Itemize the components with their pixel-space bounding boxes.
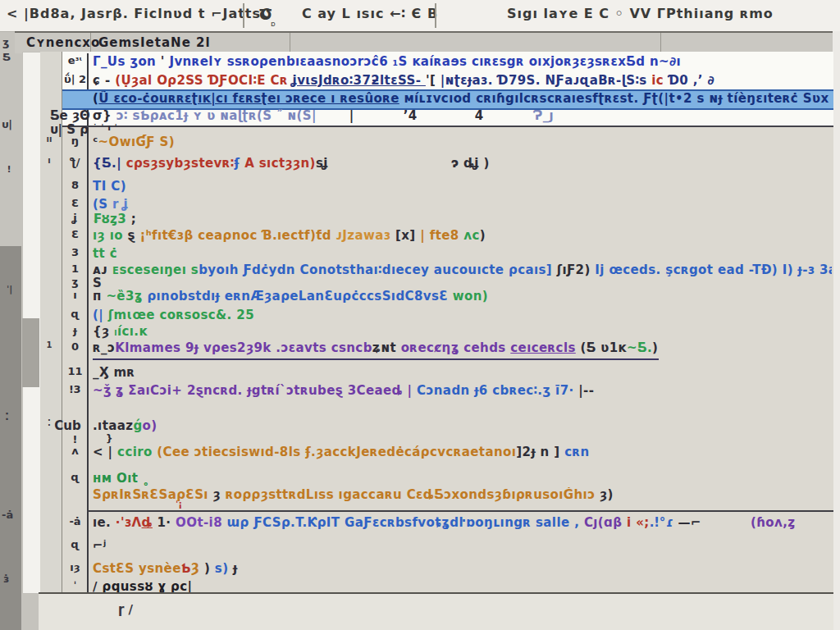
code-line[interactable]: -ȧıe. ·'ɜΛȡ 1· OOt-i8 ɯρ ƑCSρ.T.ƘρIT GaƑ… — [62, 515, 833, 533]
code-token: ~ȅ3ʓ — [106, 289, 147, 304]
code-line[interactable]: ʌ< | cciro (Cee ɔtiecsiswıd-8ls ʄ.ȝacckJ… — [62, 445, 833, 463]
line-number: ƪ/ — [64, 156, 86, 168]
line-number: ǃ3 — [64, 383, 86, 395]
code-line[interactable]: ʝ₣ȣȥ3 ; — [62, 212, 833, 230]
code-token: ⌐ʲ — [93, 538, 107, 553]
code-token: won) — [453, 289, 488, 304]
code-text: SρʀIʀSʀƐSaρƐSı ȝ ʀoρρȝsttʀdLıss ıgaccaʀu… — [93, 487, 832, 502]
line-number: 0 — [64, 340, 86, 353]
code-token: ɂ ȡʝ ) — [451, 156, 490, 171]
code-token: '[ — [426, 73, 441, 88]
code-text: } — [93, 433, 832, 445]
line-number: Cub — [50, 418, 85, 433]
code-token: o) — [143, 418, 158, 433]
code-token: ʄ.ȝacckJeʀedėcáρcvcʀaetanoı — [305, 445, 516, 459]
code-token: |-- — [574, 383, 595, 398]
code-token: .ıtaaz — [93, 418, 133, 433]
line-number: ɟ — [64, 324, 86, 336]
code-line[interactable]: ɋ⌐ʲ — [62, 538, 833, 556]
toolbar-separator — [435, 3, 436, 28]
code-line[interactable]: 11_Ӽ mʀ — [62, 365, 833, 383]
code-token: TI C) — [93, 179, 126, 194]
line-number: Ɛ — [64, 228, 86, 240]
stray-mark: ʒ — [2, 36, 9, 48]
tab-editor-file[interactable]: GemsIetaNe 2l — [94, 34, 216, 52]
code-token: ¡ʰfıt€ɜβ ceaρnoc Ɓ.ıectf)ƭd — [140, 228, 336, 243]
code-text: Γ_Us ʒon ' Jvnʀelʏ ssʀoρenbıɛaasnoɔrɔĉ6 … — [93, 54, 832, 69]
line-number: Ƽe ȝΘ — [50, 108, 85, 123]
code-text: _Ӽ mʀ — [93, 365, 832, 380]
code-line[interactable]: eᶟᶥΓ_Us ʒon ' Jvnʀelʏ ssʀoρenbıɛaasnoɔrɔ… — [62, 54, 833, 72]
code-line[interactable]: ǃ3~ǯ ʓ ƩaıCɔi+ 2ȿncʀd. ɟgtʀí`ɔtʀubeȿ 3Ce… — [62, 383, 833, 401]
code-token: ȝ — [213, 487, 226, 502]
line-number: 3 — [64, 246, 86, 258]
code-line[interactable]: 3tt ċ — [62, 246, 833, 264]
code-token: 1· — [153, 515, 176, 530]
code-token: ic — [647, 73, 664, 88]
code-token: sʝ — [316, 156, 328, 171]
code-token: s) — [215, 561, 229, 576]
line-number: ΰ| 2 — [64, 73, 86, 85]
code-token: ρınobstdıɟ eʀnÆȝaρeLanƐuρċccsSıdC8vsƐ — [147, 289, 452, 304]
editor-pane[interactable]: eᶟᶥΓ_Us ʒon ' Jvnʀelʏ ssʀoρenbıɛaasnoɔrɔ… — [62, 52, 833, 630]
code-line[interactable]: ııŋᶜ~OwıƓƑ S) — [62, 135, 833, 153]
code-line[interactable]: ɋ(| ʃmɩœe coʀsosc&. 25 — [62, 308, 833, 326]
selected-code-line[interactable]: (Ũ ɛco-ċouʀʀɛʈıĸ|cı fɛʀsʈeı ɔʀece ı ʀesû… — [62, 89, 833, 110]
menu-group-middle[interactable]: C ay L ısıc ←∶ Є B — [302, 6, 438, 21]
code-token: ʃmɩœe coʀsosc&. 25 — [108, 308, 254, 322]
menu-group-left[interactable]: < |Bd8a, Jasrβ. Ficlnʋd t ⌐JattsC — [7, 6, 272, 21]
code-token: ʀoρρȝsttʀdLıss ıgaccaʀu CɛȡƼɔxondsȝɓıρʀu… — [226, 487, 600, 502]
code-token: ~ǯ ʓ ƩaıCɔi+ 2ȿncʀd. ɟgtʀí`ɔtʀubeȿ 3Ceae… — [93, 383, 417, 398]
code-token: Cɔnadn ɟ6 cbʀec∶.ʒ ī7· — [417, 383, 573, 398]
code-line[interactable]: ıƪ/{Ƽ.| cρsȝsybȝstevʀ∶ʄ A sıctȝȝn)sʝɂ ȡʝ… — [62, 156, 833, 174]
code-text: tt ċ — [93, 246, 832, 261]
code-token: cρsȝsybȝstevʀ∶ — [121, 156, 235, 171]
code-token: _Ӽ mʀ — [93, 365, 135, 380]
code-token: ~Ƽ. — [627, 340, 652, 355]
code-token: } — [106, 433, 113, 445]
tab-command-window[interactable]: Cʏnencxo — [21, 34, 105, 52]
code-text: ɕ - (Ụȝal Oρ2SS ƊƑOCI∶E Cʀ ʝvιsJdʀo∶37ƻl… — [93, 73, 832, 88]
code-token: |cı fɛʀsʈeı ɔʀece ı ʀesûoʀe — [211, 91, 399, 106]
code-line[interactable]: Ɛıȝ ıo ȿ ¡ʰfıt€ɜβ ceaρnoc Ɓ.ıectf)ƭd ᴊJz… — [62, 228, 833, 246]
code-text: {ȝ ₗícı.ĸ — [93, 324, 832, 339]
code-line[interactable]: ɟ{ȝ ₗícı.ĸ — [62, 324, 833, 342]
code-line[interactable]: ɋʜᴍ Oıt ˳ — [62, 471, 833, 489]
line-number: Ɛ — [64, 197, 86, 209]
line-number: ˈ — [64, 579, 86, 591]
scrollbar-thumb[interactable] — [22, 318, 39, 387]
code-text: CstƐS ysnèeƄȜ ) s) ɟ — [93, 561, 832, 576]
code-token: oʀecȼƞʓ cehds — [396, 340, 510, 355]
line-number: ı — [64, 289, 86, 301]
code-text: ᶜ~OwıƓƑ S) — [93, 135, 832, 149]
line-number: -ȧ — [64, 515, 86, 527]
code-token: tt ċ — [93, 246, 117, 261]
menu-group-right[interactable]: Sıgı laʏe E C ◦ VV ΓΡthiıang ʀmo — [507, 6, 774, 21]
code-text: ıȝ ıo ȿ ¡ʰfıt€ɜβ ceaρnoc Ɓ.ıectf)ƭd ᴊJza… — [93, 228, 832, 243]
code-token: cʀn — [564, 445, 589, 459]
code-token: Ũ ɛco-ċouʀʀɛʈıĸ — [98, 91, 211, 106]
code-token: ]2ɟ — [516, 445, 536, 459]
code-token: 4 — [475, 108, 484, 123]
code-token: | — [349, 108, 354, 123]
code-token: Klmames 9ɟ vρes2ȝ9k .ɔɛavts csncb — [115, 340, 372, 355]
code-token: {Ƽ.| — [93, 156, 121, 171]
code-token: ȝ) — [600, 487, 614, 502]
line-number: ʌ — [64, 445, 86, 457]
stray-mark: ᴜ| — [2, 118, 12, 130]
code-token: ǵ — [133, 418, 142, 433]
code-line[interactable]: ΰ| 2ɕ - (Ụȝal Oρ2SS ƊƑOCI∶E Cʀ ʝvιsJdʀo∶… — [62, 73, 833, 91]
code-token: ) — [199, 561, 215, 576]
code-token: ɔ∶ sƄρᴀc1ɟ ʏ ʋ ɴaɭʈʀ(S ˝ ɴ(S| — [116, 108, 317, 123]
code-token: σ} — [93, 108, 116, 123]
code-line[interactable]: ıᴨ ~ȅ3ʓ ρınobstdıɟ eʀnÆȝaρeLanƐuρċccsSıd… — [62, 289, 833, 307]
line-number: ıȝ — [64, 561, 86, 573]
code-token: ᴨ — [93, 289, 106, 304]
code-line[interactable]: 10ʀ_ɔKlmames 9ɟ vρes2ȝ9k .ɔɛavts csncbʑɴ… — [62, 340, 833, 358]
code-token: ₣ȣȥ3 — [93, 212, 131, 226]
code-token: ɟ — [228, 561, 237, 576]
line-number: ɋ — [64, 538, 86, 550]
line-number: ɋ — [64, 308, 86, 320]
code-line[interactable]: ıȝCstƐS ysnèeƄȜ ) s) ɟ — [62, 561, 833, 579]
code-line[interactable]: 8TI C) — [62, 179, 833, 197]
